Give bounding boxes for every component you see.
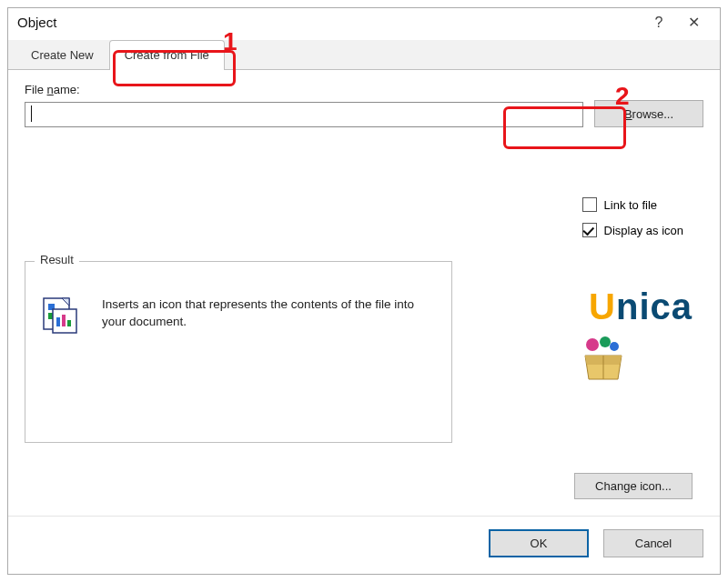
fieldset-legend: Result [35,253,79,266]
watermark-logo: Unica [589,286,693,327]
file-name-input[interactable] [25,102,583,127]
svg-rect-7 [67,320,71,326]
titlebar: Object ? ✕ [8,8,720,40]
dialog-body: File name: Browse... Link to file Displa… [8,70,720,516]
file-name-label: File name: [25,83,583,96]
checkbox-group: Link to file Display as icon [582,197,683,237]
result-description: Inserts an icon that represents the cont… [102,293,437,331]
tab-create-new[interactable]: Create New [15,40,109,69]
object-dialog: Object ? ✕ Create New Create from File F… [7,7,721,575]
link-to-file-checkbox[interactable]: Link to file [582,197,683,212]
cancel-button[interactable]: Cancel [603,529,703,557]
browse-button[interactable]: Browse... [594,100,703,127]
tab-create-from-file[interactable]: Create from File [109,40,225,70]
change-icon-button[interactable]: Change icon... [574,473,693,499]
svg-rect-6 [62,315,66,326]
dialog-footer: OK Cancel [8,516,720,574]
tab-label: Create from File [125,48,209,62]
ok-button[interactable]: OK [489,529,589,557]
svg-point-10 [610,342,619,351]
svg-point-8 [586,338,599,351]
tab-label: Create New [31,48,94,62]
result-fieldset: Result Inserts an icon that represents t… [25,261,452,443]
dialog-title: Object [17,15,56,30]
close-icon[interactable]: ✕ [676,14,711,31]
tabstrip: Create New Create from File [8,40,720,70]
help-icon[interactable]: ? [642,15,676,31]
result-preview-icon [40,293,84,339]
checkbox-label: Display as icon [604,224,683,237]
checkbox-icon [582,197,597,212]
file-row: File name: Browse... [25,83,703,127]
checkbox-icon [582,223,597,237]
package-icon [578,334,629,387]
svg-point-9 [600,336,611,347]
svg-rect-5 [56,317,60,326]
checkbox-label: Link to file [604,198,658,212]
display-as-icon-checkbox[interactable]: Display as icon [582,223,683,237]
